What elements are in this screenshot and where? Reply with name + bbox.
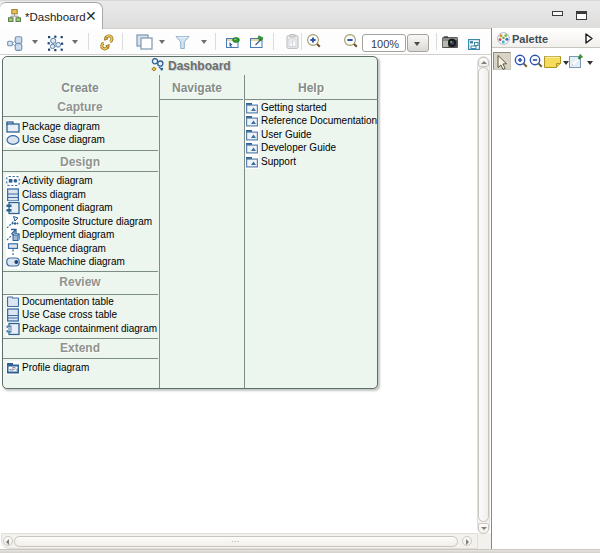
svg-text:«P»: «P» — [9, 366, 19, 372]
